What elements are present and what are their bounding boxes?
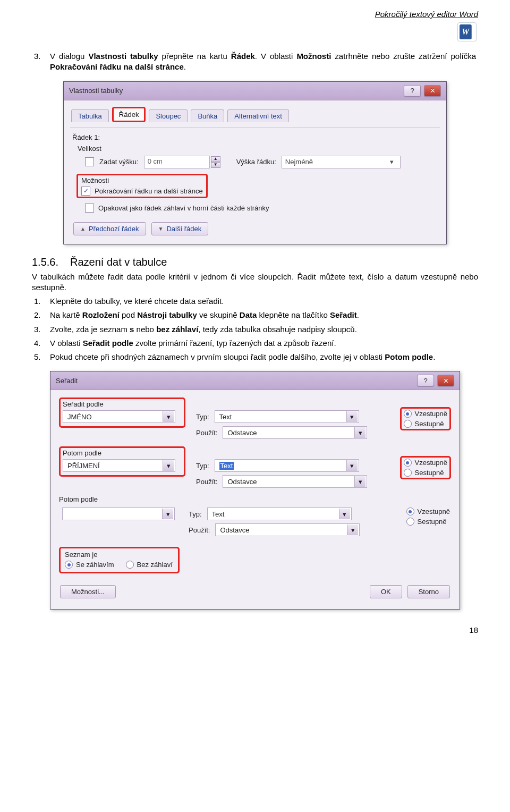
with-header-label: Se záhlavím (76, 561, 114, 569)
page-header: Pokročilý textový editor Word (32, 10, 478, 19)
descending-radio[interactable] (404, 469, 412, 477)
zadat-vysku-label: Zadat výšku: (99, 158, 139, 166)
ascending-radio[interactable] (404, 410, 412, 418)
vyska-radku-label: Výška řádku: (236, 158, 276, 166)
chevron-down-icon: ▾ (346, 411, 358, 422)
type-combo[interactable]: Text▾ (215, 410, 359, 423)
list-item: 2.Na kartě Rozložení pod Nástroji tabulk… (50, 310, 478, 320)
with-header-radio[interactable] (65, 561, 73, 569)
type-label: Typ: (189, 510, 202, 518)
row-height-combo[interactable]: Nejméně▾ (282, 156, 401, 168)
close-button[interactable]: ✕ (437, 375, 454, 386)
ok-button[interactable]: OK (370, 585, 402, 598)
then-by-label: Potom podle (59, 495, 451, 503)
height-input[interactable]: 0 cm (144, 156, 210, 168)
section-heading: 1.5.6.Řazení dat v tabulce (32, 256, 478, 268)
chevron-down-icon: ▾ (354, 427, 366, 438)
size-label: Velikost (78, 145, 439, 153)
type-label: Typ: (196, 462, 209, 470)
ascending-label: Vzestupně (415, 410, 447, 418)
ascending-label: Vzestupně (418, 508, 450, 515)
type-label: Typ: (196, 413, 209, 421)
using-combo[interactable]: Odstavce▾ (223, 426, 367, 439)
previous-row-button[interactable]: ▲Předchozí řádek (73, 222, 146, 235)
seznam-je-label: Seznam je (65, 551, 173, 559)
step-3-text: 3.V dialogu Vlastnosti tabulky přepněte … (50, 51, 478, 73)
chevron-down-icon: ▾ (347, 525, 358, 535)
descending-label: Sestupně (418, 518, 447, 526)
descending-label: Sestupně (415, 420, 444, 428)
tab-alt-text[interactable]: Alternativní text (227, 109, 289, 122)
sort-dialog: Seřadit ? ✕ Seřadit podle JMÉNO▾ Typ: Te… (50, 371, 460, 610)
using-label: Použít: (196, 478, 217, 486)
then-by-label: Potom podle (63, 449, 182, 457)
using-combo[interactable]: Odstavce▾ (223, 475, 367, 488)
zadat-vysku-checkbox[interactable] (85, 157, 94, 166)
section-intro-text: V tabulkách můžete řadit data podle krit… (32, 272, 478, 293)
ascending-radio[interactable] (406, 508, 414, 515)
using-label: Použít: (189, 526, 210, 534)
repeat-header-checkbox[interactable] (85, 204, 94, 213)
help-button[interactable]: ? (404, 85, 421, 97)
row-1-label: Řádek 1: (72, 133, 439, 141)
spin-up-icon[interactable]: ▲ (211, 156, 220, 162)
tab-radek[interactable]: Řádek (112, 107, 146, 122)
then-by-group-1: Potom podle PŘÍJMENÍ▾ Typ: Text▾ Použít:… (59, 446, 451, 491)
ascending-label: Vzestupně (415, 459, 447, 467)
descending-radio[interactable] (404, 420, 412, 428)
without-header-radio[interactable] (126, 561, 134, 569)
chevron-down-icon: ▾ (163, 411, 174, 422)
type-combo[interactable]: Text▾ (215, 459, 359, 472)
dialog-titlebar: Vlastnosti tabulky ? ✕ (64, 82, 446, 100)
dialog-title: Seřadit (56, 377, 78, 385)
page-number: 18 (32, 625, 478, 635)
options-label: Možnosti (81, 176, 203, 184)
help-button[interactable]: ? (417, 375, 434, 386)
chevron-down-icon: ▾ (163, 460, 174, 471)
ascending-radio[interactable] (404, 459, 412, 467)
list-has-header-group: Seznam je Se záhlavím Bez záhlaví (59, 547, 180, 573)
dialog-tabs: Tabulka Řádek Sloupec Buňka Alternativní… (71, 107, 439, 122)
then-by-field-combo[interactable]: PŘÍJMENÍ▾ (63, 459, 175, 472)
close-button[interactable]: ✕ (424, 85, 441, 97)
tab-sloupec[interactable]: Sloupec (149, 109, 188, 122)
table-properties-dialog: Vlastnosti tabulky ? ✕ Tabulka Řádek Slo… (63, 81, 447, 244)
sort-by-group: Seřadit podle JMÉNO▾ Typ: Text▾ Použít: … (59, 397, 451, 442)
dialog-titlebar: Seřadit ? ✕ (50, 371, 460, 390)
triangle-down-icon: ▼ (158, 226, 164, 232)
sort-by-field-combo[interactable]: JMÉNO▾ (63, 410, 175, 423)
chevron-down-icon: ▾ (354, 476, 366, 487)
descending-radio[interactable] (406, 518, 414, 526)
repeat-header-label: Opakovat jako řádek záhlaví v horní část… (98, 204, 269, 212)
list-item: 5.Pokud chcete při shodných záznamech v … (50, 352, 478, 362)
spin-down-icon[interactable]: ▼ (211, 162, 220, 168)
options-group: Možnosti Pokračování řádku na další strá… (71, 174, 439, 213)
chevron-down-icon: ▾ (339, 509, 350, 519)
then-by-field-combo-2[interactable]: ▾ (62, 508, 175, 520)
allow-row-break-checkbox[interactable] (81, 187, 90, 196)
list-item: 1.Klepněte do tabulky, ve které chcete d… (50, 296, 478, 307)
word-icon: W (456, 21, 478, 45)
triangle-up-icon: ▲ (80, 226, 86, 232)
chevron-down-icon: ▾ (346, 460, 358, 471)
next-row-button[interactable]: ▼Další řádek (151, 222, 209, 235)
descending-label: Sestupně (415, 469, 444, 477)
svg-text:W: W (462, 27, 470, 36)
allow-row-break-label: Pokračování řádku na další stránce (95, 187, 203, 195)
then-by-group-2: Potom podle ▾ Typ: Text▾ Použít: Odstavc… (59, 495, 451, 539)
type-combo[interactable]: Text▾ (207, 508, 352, 520)
tab-tabulka[interactable]: Tabulka (71, 109, 109, 122)
sort-by-label: Seřadit podle (63, 400, 182, 408)
using-combo[interactable]: Odstavce▾ (215, 523, 360, 536)
cancel-button[interactable]: Storno (407, 585, 450, 598)
chevron-down-icon: ▾ (162, 509, 173, 519)
dialog-title: Vlastnosti tabulky (69, 87, 123, 95)
options-button[interactable]: Možnosti... (60, 585, 116, 598)
using-label: Použít: (196, 429, 217, 437)
list-item: 3.Zvolte, zda je seznam s nebo bez záhla… (50, 324, 478, 335)
without-header-label: Bez záhlaví (137, 561, 173, 569)
list-item: 4.V oblasti Seřadit podle zvolte primárn… (50, 338, 478, 349)
tab-bunka[interactable]: Buňka (191, 109, 224, 122)
